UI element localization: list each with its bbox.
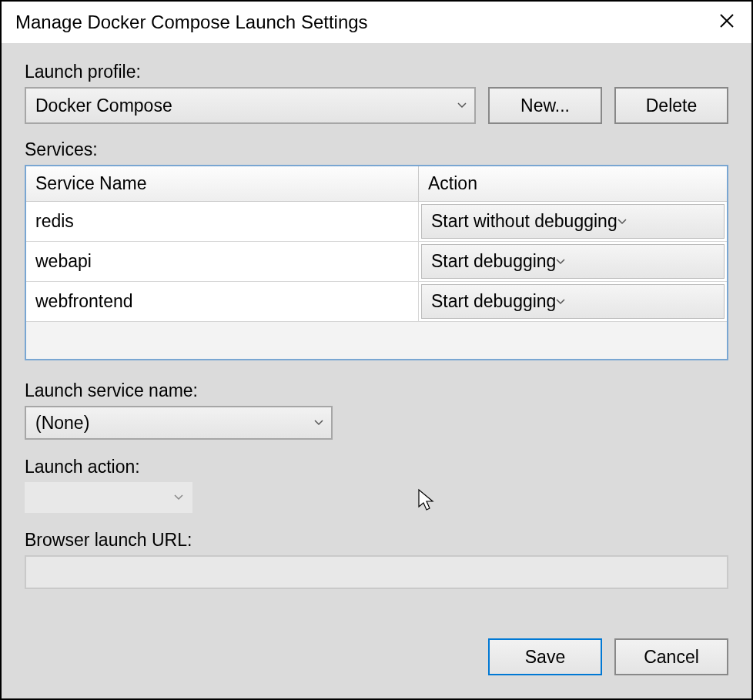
launch-service-section: Launch service name: (None)	[25, 380, 728, 440]
chevron-down-icon	[556, 259, 565, 265]
service-action-value: Start debugging	[431, 291, 556, 312]
service-name-cell: redis	[26, 202, 419, 241]
service-action-cell: Start without debugging	[419, 202, 727, 241]
chevron-down-icon	[314, 420, 323, 426]
new-button-label: New...	[520, 95, 570, 116]
services-table-header: Service Name Action	[26, 166, 727, 202]
services-label: Services:	[25, 139, 728, 160]
browser-url-input[interactable]	[25, 555, 728, 589]
launch-action-section: Launch action:	[25, 457, 728, 513]
launch-profile-row: Docker Compose New... Delete	[25, 87, 728, 124]
chevron-down-icon	[457, 102, 467, 109]
service-action-cell: Start debugging	[419, 282, 727, 321]
service-action-select[interactable]: Start without debugging	[421, 204, 725, 239]
chevron-down-icon	[617, 219, 627, 225]
delete-button[interactable]: Delete	[614, 87, 728, 124]
service-action-select[interactable]: Start debugging	[421, 284, 725, 319]
table-row[interactable]: redisStart without debugging	[26, 202, 727, 242]
close-button[interactable]	[711, 7, 742, 38]
dialog-body: Launch profile: Docker Compose New... De…	[2, 43, 751, 698]
launch-service-select[interactable]: (None)	[25, 406, 333, 440]
dialog-title: Manage Docker Compose Launch Settings	[15, 12, 368, 33]
launch-profile-label: Launch profile:	[25, 62, 728, 82]
titlebar: Manage Docker Compose Launch Settings	[2, 2, 751, 43]
browser-url-label: Browser launch URL:	[25, 530, 728, 551]
table-row[interactable]: webfrontendStart debugging	[26, 282, 727, 322]
service-action-select[interactable]: Start debugging	[421, 244, 725, 279]
header-service-name[interactable]: Service Name	[26, 166, 419, 201]
services-table-body: redisStart without debuggingwebapiStart …	[26, 202, 727, 322]
delete-button-label: Delete	[646, 95, 697, 116]
header-action[interactable]: Action	[419, 166, 727, 201]
cancel-button-label: Cancel	[644, 647, 699, 668]
chevron-down-icon	[168, 485, 189, 510]
new-button[interactable]: New...	[488, 87, 602, 124]
service-action-cell: Start debugging	[419, 242, 727, 281]
chevron-down-icon	[556, 299, 565, 305]
service-action-value: Start without debugging	[431, 211, 617, 232]
close-icon	[719, 13, 735, 32]
browser-url-section: Browser launch URL:	[25, 530, 728, 589]
service-action-value: Start debugging	[431, 251, 556, 272]
launch-action-label: Launch action:	[25, 457, 728, 477]
launch-service-name-label: Launch service name:	[25, 380, 728, 401]
launch-profile-select[interactable]: Docker Compose	[25, 87, 476, 124]
service-name-cell: webapi	[26, 242, 419, 281]
save-button[interactable]: Save	[488, 638, 602, 675]
launch-profile-value: Docker Compose	[35, 95, 172, 116]
services-table: Service Name Action redisStart without d…	[25, 165, 728, 360]
table-row[interactable]: webapiStart debugging	[26, 242, 727, 282]
service-name-cell: webfrontend	[26, 282, 419, 321]
footer-buttons: Save Cancel	[488, 638, 728, 675]
cancel-button[interactable]: Cancel	[614, 638, 728, 675]
launch-service-value: (None)	[35, 413, 89, 434]
save-button-label: Save	[525, 647, 565, 668]
launch-action-select[interactable]	[25, 482, 192, 513]
